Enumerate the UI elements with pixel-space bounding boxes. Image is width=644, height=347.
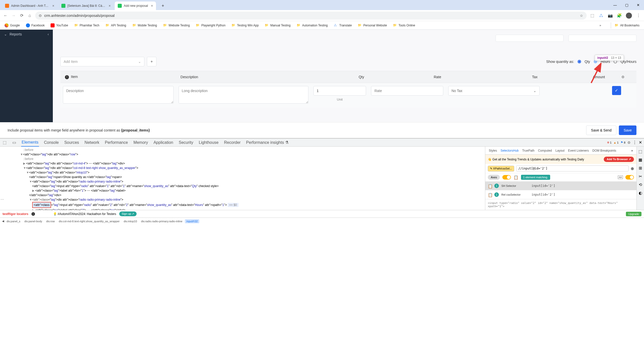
issues-badge[interactable]: ⚑8 [621,141,625,144]
crumb-prev[interactable]: ◀ [2,220,4,223]
dt-tab-perf-insights[interactable]: Performance insights ⚗ [246,139,289,146]
info-icon[interactable]: i [31,212,35,216]
copy-icon[interactable]: 📋 [488,184,492,188]
tool-icon[interactable]: ⟲ [639,182,642,187]
aa-icon[interactable]: AA [618,176,623,179]
bookmark-folder[interactable]: 📁Personal Website [356,22,388,28]
right-toggle[interactable] [625,175,634,180]
devtools-menu-icon[interactable]: ⋮ [633,140,637,145]
copy-icon[interactable]: 📋 [513,175,518,180]
maximize-icon[interactable]: ▢ [621,0,632,10]
crumb-active[interactable]: input#\32 [185,219,199,223]
bookmark-folder[interactable]: 📁API Testing [104,22,128,28]
camera-icon[interactable]: 📷 [608,13,613,18]
tab-close[interactable]: × [109,4,111,8]
bookmark-overflow[interactable]: » [598,23,603,28]
bookmark-google[interactable]: Google [3,22,21,28]
tool-icon[interactable]: ⬚ [638,149,642,154]
dt-tab-lighthouse[interactable]: Lighthouse [198,139,219,146]
side-tab-dom[interactable]: DOM Breakpoints [592,149,616,152]
side-tab-events[interactable]: Event Listeners [568,149,589,152]
side-tab-styles[interactable]: Styles [489,149,497,152]
star-icon[interactable]: ☆ [580,14,583,18]
add-xpath-icon[interactable]: ⊕ [631,166,634,171]
bookmark-folder[interactable]: 📁Testing Win App [230,22,260,28]
side-tab-selectorshub[interactable]: SelectorsHub [501,149,519,152]
crumb[interactable]: div.radio.radio-primary.radio-inline [140,219,184,223]
tool-icon[interactable]: ⊞ [639,166,642,170]
tab-1[interactable]: [Selenium Java] Bài 8: Cách xử lý Drop..… [58,2,114,10]
tab-0[interactable]: Admin Dashboard - Anh Tester × [2,2,57,10]
dt-tab-console[interactable]: Console [44,139,59,146]
copy-icon[interactable]: 📋 [488,193,492,197]
xpath-input[interactable] [516,165,629,171]
puzzle-icon[interactable]: 🧩 [617,13,622,18]
crumb[interactable]: div.panel_s [5,219,22,223]
radio-qty[interactable] [578,60,581,63]
bookmark-folder[interactable]: 📁Playwright Python [194,22,227,28]
dt-tab-network[interactable]: Network [84,139,100,146]
upgrade-button[interactable]: Upgrade [626,212,641,216]
tax-select[interactable]: No Tax⌄ [448,86,540,96]
forward-icon[interactable]: → [11,13,16,18]
gear-icon[interactable]: ⚙ [621,75,625,79]
rate-input[interactable] [371,86,443,96]
sidebar-item-reports[interactable]: ⌄Reports ‹ [0,30,53,39]
dt-tab-security[interactable]: Security [178,139,194,146]
dt-tab-sources[interactable]: Sources [64,139,79,146]
add-item-select[interactable]: Add Item ⌄ [60,57,144,66]
device-icon[interactable]: ▭ [12,140,17,145]
add-to-browser-button[interactable]: Add To Browser ↗ [604,157,634,162]
menu-icon[interactable]: ⋮ [636,13,641,18]
site-info-icon[interactable]: ⊙ [39,14,42,18]
tool-icon[interactable]: ◐ [639,191,642,195]
selector-value[interactable]: input[id='2'] [532,193,555,196]
selector-value[interactable]: input[id='2'] [532,184,555,188]
bookmark-folder[interactable]: 📁Mobile Testing [131,22,159,28]
add-item-button[interactable]: + [147,57,156,66]
xpath-mode-button[interactable]: ✎ XPath/cssSel... [488,166,514,171]
bookmark-folder[interactable]: 📁Website Testing [162,22,191,28]
tab-close[interactable]: × [52,4,54,8]
url-input[interactable]: ⊙ crm.anhtester.com/admin/proposals/prop… [35,12,587,20]
crumb[interactable]: div.mtop10 [122,219,139,223]
bookmark-folder[interactable]: 📁Tools Online [391,22,417,28]
long-description-input[interactable] [179,86,308,104]
testrigor-link[interactable]: testRigor locators [3,212,28,216]
profile-avatar[interactable] [626,13,632,19]
bookmark-folder[interactable]: 📁Automation Testing [295,22,329,28]
crumb[interactable]: div.col-md-8.text-right.show_quantity_as… [57,219,121,223]
warnings-badge[interactable]: ▲1 [614,141,619,144]
bookmark-youtube[interactable]: YouTube [49,22,69,28]
dt-tab-recorder[interactable]: Recorder [224,139,241,146]
bookmark-folder[interactable]: 📁Phamiliar Tech [73,22,101,28]
devtools-settings-icon[interactable]: ⚙ [627,141,631,145]
extensions-icon[interactable]: ⬚ [590,13,595,18]
bookmark-facebook[interactable]: Facebook [24,22,46,28]
bookmark-folder[interactable]: 📁Manual Testing [263,22,292,28]
signup-button[interactable]: Sign up ↗ [119,211,137,216]
devtools-close-icon[interactable]: ✕ [639,140,642,145]
dt-tab-application[interactable]: Application [153,139,174,146]
axes-label[interactable]: Axes [488,175,500,180]
tab-close[interactable]: × [151,4,153,8]
side-more-icon[interactable]: » [631,149,633,152]
home-icon[interactable]: ⌂ [27,13,32,18]
minimize-icon[interactable]: — [609,0,621,10]
tool-icon[interactable]: ✂ [639,174,642,179]
dt-tab-memory[interactable]: Memory [133,139,148,146]
errors-badge[interactable]: ⊗1 [607,141,612,144]
chevron-left-icon[interactable]: ‹ [48,32,49,36]
reload-icon[interactable]: ⟳ [19,13,24,18]
side-tab-truepath[interactable]: TruePath [522,149,535,152]
elements-panel[interactable]: ⋯ ::before▼<attr">class="tag">div attr">… [0,147,485,210]
dt-tab-performance[interactable]: Performance [104,139,129,146]
tab-2[interactable]: Add new proposal × [115,2,156,10]
qty-input[interactable] [313,86,366,96]
info-icon[interactable]: ! [65,75,69,79]
all-bookmarks[interactable]: 📁All Bookmarks [611,22,641,28]
dt-tab-elements[interactable]: Elements [21,139,39,147]
side-tab-layout[interactable]: Layout [555,149,565,152]
save-send-button[interactable]: Save & Send [586,125,616,135]
close-window-icon[interactable]: ✕ [632,0,644,10]
